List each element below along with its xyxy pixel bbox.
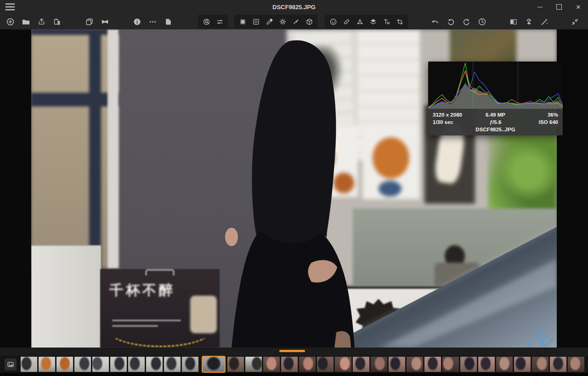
filmstrip-thumbnail[interactable] — [245, 357, 262, 372]
toolbar-group — [569, 16, 581, 28]
filmstrip-thumbnail[interactable] — [478, 357, 495, 372]
toolbar — [0, 14, 588, 29]
filmstrip-thumbnail[interactable] — [568, 357, 584, 372]
collapse-icon[interactable] — [569, 16, 581, 28]
filmstrip-thumbnail[interactable] — [335, 357, 351, 372]
histogram-chart — [428, 62, 563, 109]
info-icon[interactable] — [131, 16, 143, 28]
shutter-value: 1/30 sec — [433, 119, 475, 125]
add-icon[interactable] — [4, 16, 16, 28]
filmstrip-thumbnail[interactable] — [424, 357, 441, 372]
iso-value: ISO 640 — [516, 119, 558, 125]
window-title: DSCF9825.JPG — [0, 4, 588, 11]
zoom-level-value: 36% — [516, 112, 558, 118]
text-tool-icon[interactable] — [381, 16, 392, 27]
panel-filename: DSCF9825..JPG — [428, 125, 563, 135]
close-icon: ✕ — [576, 4, 581, 10]
filmstrip-thumbnail[interactable] — [57, 357, 73, 372]
sliders-icon[interactable] — [214, 16, 225, 27]
flatten-icon[interactable] — [523, 16, 535, 28]
minimize-icon — [537, 7, 543, 7]
eyedropper-icon[interactable] — [264, 16, 275, 27]
brightness-icon[interactable] — [277, 16, 288, 27]
filmstrip-thumbnail[interactable] — [532, 357, 548, 372]
rotate-cw-icon[interactable] — [460, 16, 472, 28]
filmstrip-thumbnail-selected[interactable] — [202, 356, 226, 373]
filmstrip-thumbnail[interactable] — [442, 357, 459, 372]
window-controls: ✕ — [530, 0, 588, 14]
color-wheel-icon[interactable] — [201, 16, 212, 27]
resolution-value: 3120 x 2080 — [433, 112, 475, 118]
filmstrip-thumbnail[interactable] — [110, 357, 127, 372]
batch-icon[interactable] — [162, 16, 174, 28]
paste-adjustments-icon[interactable] — [51, 16, 63, 28]
toolbar-group — [507, 16, 550, 28]
filmstrip-thumbnail[interactable] — [550, 357, 566, 372]
scroll-strip — [0, 348, 588, 356]
magic-wand-icon[interactable] — [538, 16, 550, 28]
filmstrip-thumbnail[interactable] — [92, 357, 109, 372]
film-flag-icon[interactable] — [99, 16, 111, 28]
filmstrip — [0, 356, 588, 373]
filmstrip-thumbnail[interactable] — [263, 357, 280, 372]
toolbar-group — [83, 16, 111, 28]
hamburger-menu-icon[interactable] — [4, 1, 17, 13]
viewer-area: 千杯不醉 SALANG — [0, 29, 588, 348]
toolbar-group-pill — [234, 15, 317, 28]
layers-icon[interactable] — [368, 16, 379, 27]
bottom-bar — [0, 373, 588, 376]
filmstrip-scroll-indicator[interactable] — [279, 350, 305, 352]
filmstrip-thumbnail[interactable] — [164, 357, 181, 372]
filmstrip-thumbnail[interactable] — [460, 357, 477, 372]
export-icon[interactable] — [35, 16, 47, 28]
maximize-button[interactable] — [549, 0, 569, 14]
exif-stats: 3120 x 2080 6.49 MP 36% 1/30 sec ƒ/5.6 I… — [428, 109, 563, 125]
undo-icon[interactable] — [429, 16, 441, 28]
history-icon[interactable] — [476, 16, 488, 28]
frame-icon[interactable] — [250, 16, 261, 27]
toolbar-group-pill — [198, 15, 228, 28]
minimize-button[interactable] — [530, 0, 549, 14]
filmstrip-thumbnail[interactable] — [317, 357, 334, 372]
filmstrip-thumbnail[interactable] — [39, 357, 55, 372]
toolbar-group — [131, 16, 174, 28]
title-bar: DSCF9825.JPG ✕ — [0, 0, 588, 14]
filmstrip-thumbnail[interactable] — [182, 357, 198, 372]
toolbar-group — [429, 16, 488, 28]
filmstrip-thumbnail[interactable] — [128, 357, 145, 372]
face-retouch-icon[interactable] — [328, 16, 339, 27]
toolbar-group-pill — [325, 15, 408, 28]
filmstrip-thumbnail[interactable] — [146, 357, 163, 372]
crop-icon[interactable] — [394, 16, 405, 27]
histogram-info-panel[interactable]: 3120 x 2080 6.49 MP 36% 1/30 sec ƒ/5.6 I… — [428, 62, 563, 135]
close-button[interactable]: ✕ — [569, 0, 588, 14]
filmstrip-thumbnail[interactable] — [299, 357, 316, 372]
megapixels-value: 6.49 MP — [475, 112, 516, 118]
filmstrip-thumbnail[interactable] — [281, 357, 298, 372]
filmstrip-thumbnail[interactable] — [74, 357, 91, 372]
filmstrip-thumbnail[interactable] — [227, 357, 244, 372]
filmstrip-thumbnail[interactable] — [496, 357, 513, 372]
more-icon[interactable] — [147, 16, 158, 28]
brush-icon[interactable] — [290, 16, 301, 27]
filmstrip-thumbnail[interactable] — [371, 357, 387, 372]
panel-toggle-icon[interactable] — [507, 16, 519, 28]
filmstrip-thumbnail[interactable] — [353, 357, 369, 372]
toolbar-group — [4, 16, 63, 28]
rotate-ccw-icon[interactable] — [445, 16, 457, 28]
filmstrip-thumbnail[interactable] — [407, 357, 423, 372]
aperture-value: ƒ/5.6 — [475, 119, 516, 125]
filmstrip-thumbnail[interactable] — [389, 357, 405, 372]
heal-icon[interactable] — [341, 16, 352, 27]
filmstrip-thumbnail[interactable] — [514, 357, 531, 372]
browse-images-button[interactable] — [5, 359, 17, 370]
duplicate-icon[interactable] — [83, 16, 95, 28]
cube-3d-icon[interactable] — [304, 16, 315, 27]
vignette-icon[interactable] — [237, 16, 248, 27]
folder-icon[interactable] — [20, 16, 32, 28]
maximize-icon — [556, 4, 562, 10]
filmstrip-thumbnail[interactable] — [21, 357, 37, 372]
histogram-plot — [428, 62, 563, 109]
liquify-icon[interactable] — [354, 16, 365, 27]
